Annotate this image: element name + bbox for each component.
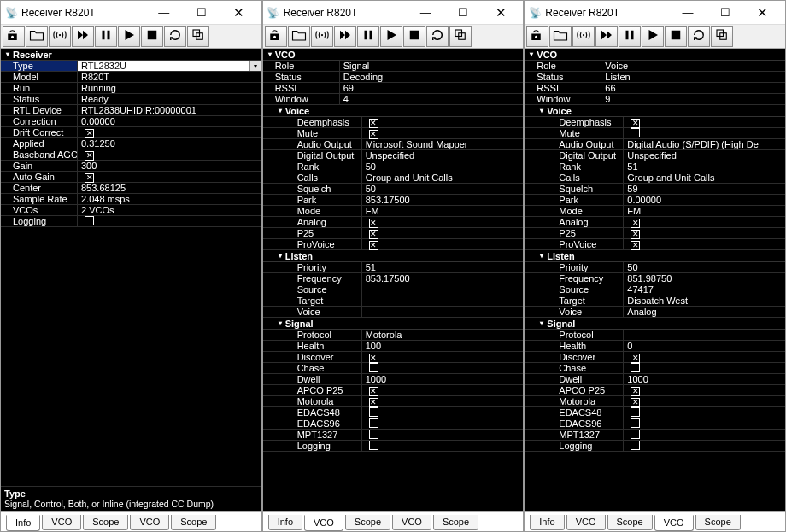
tab-vco-3[interactable]: VCO [654, 515, 694, 531]
prop-row-provoice[interactable]: ProVoice [263, 239, 524, 250]
prop-row-center[interactable]: Center853.68125 [1, 183, 261, 194]
prop-row-mode[interactable]: ModeFM [525, 206, 785, 217]
prop-value[interactable]: 0.00000 [78, 116, 261, 126]
prop-value[interactable]: 51 [624, 161, 785, 172]
prop-value[interactable]: RTL2832U [78, 61, 249, 71]
checkbox[interactable] [631, 354, 640, 363]
copy-button[interactable] [449, 26, 472, 47]
checkbox[interactable] [631, 363, 640, 372]
open-button[interactable] [288, 26, 310, 47]
prop-value[interactable]: 59 [624, 184, 785, 194]
titlebar[interactable]: 📡 Receiver R820T — ☐ ✕ [1, 1, 261, 25]
prop-row-p25[interactable]: P25 [263, 228, 524, 239]
prop-row-squelch[interactable]: Squelch50 [263, 184, 524, 195]
section-header-vco[interactable]: ▾VCO [525, 49, 785, 61]
broadcast-button[interactable] [572, 26, 595, 47]
checkbox[interactable] [631, 128, 640, 137]
collapse-icon[interactable]: ▾ [265, 50, 275, 58]
maximize-button[interactable]: ☐ [444, 4, 482, 21]
prop-value[interactable]: 851.98750 [624, 273, 785, 284]
broadcast-button[interactable] [49, 26, 71, 47]
prop-value[interactable] [78, 127, 261, 138]
prop-row-model[interactable]: ModelR820T [1, 72, 261, 83]
section-header-vco[interactable]: ▾VCO [263, 49, 524, 61]
prop-row-logging[interactable]: Logging [525, 441, 785, 452]
prop-value[interactable]: Analog [624, 307, 785, 317]
prop-row-vcos[interactable]: VCOs2 VCOs [1, 205, 261, 216]
tab-scope-4[interactable]: Scope [171, 515, 216, 530]
prop-row-rssi[interactable]: RSSI69 [263, 83, 524, 94]
prop-value[interactable]: Voice [601, 61, 785, 71]
prop-row-baseband-agc[interactable]: Baseband AGC [1, 149, 261, 161]
prop-value[interactable]: 100 [362, 341, 524, 351]
fast-forward-button[interactable] [334, 26, 356, 47]
checkbox[interactable] [369, 407, 378, 417]
prop-row-role[interactable]: RoleSignal [263, 61, 524, 72]
copy-button[interactable] [711, 26, 733, 47]
prop-value[interactable]: 4 [340, 94, 524, 104]
prop-value[interactable]: 2.048 msps [78, 194, 261, 204]
prop-row-logging[interactable]: Logging [263, 441, 524, 452]
prop-value[interactable]: 0.00000 [624, 195, 785, 205]
prop-row-correction[interactable]: Correction0.00000 [1, 116, 261, 127]
prop-value[interactable] [624, 407, 785, 418]
prop-row-voice[interactable]: Voice [263, 307, 524, 318]
prop-row-deemphasis[interactable]: Deemphasis [263, 117, 524, 128]
prop-row-motorola[interactable]: Motorola [263, 396, 524, 407]
prop-row-calls[interactable]: CallsGroup and Unit Calls [263, 172, 524, 184]
prop-value[interactable] [624, 396, 785, 407]
checkbox[interactable] [85, 151, 94, 161]
prop-row-provoice[interactable]: ProVoice [525, 239, 785, 250]
prop-value[interactable] [624, 418, 785, 430]
prop-value[interactable]: 9 [601, 94, 785, 104]
prop-value[interactable]: Group and Unit Calls [624, 172, 785, 183]
checkbox[interactable] [369, 363, 378, 372]
prop-row-window[interactable]: Window9 [525, 94, 785, 105]
prop-value[interactable] [78, 172, 261, 183]
checkbox[interactable] [85, 129, 94, 138]
prop-value[interactable] [362, 228, 524, 239]
prop-row-mode[interactable]: ModeFM [263, 206, 524, 217]
prop-row-edacs48[interactable]: EDACS48 [263, 407, 524, 418]
prop-value[interactable] [624, 385, 785, 396]
device-button[interactable] [526, 26, 548, 47]
prop-row-rssi[interactable]: RSSI66 [525, 83, 785, 94]
checkbox[interactable] [631, 418, 640, 428]
prop-value[interactable]: 853.68125 [78, 183, 261, 193]
prop-row-voice[interactable]: VoiceAnalog [525, 307, 785, 318]
prop-value[interactable]: Signal [340, 61, 524, 71]
prop-value[interactable] [624, 128, 785, 139]
play-button[interactable] [118, 26, 140, 47]
prop-row-dwell[interactable]: Dwell1000 [263, 374, 524, 385]
prop-row-audio-output[interactable]: Audio OutputMicrosoft Sound Mapper [263, 139, 524, 150]
prop-row-protocol[interactable]: Protocol [525, 330, 785, 341]
prop-row-mpt1327[interactable]: MPT1327 [263, 430, 524, 441]
checkbox[interactable] [631, 441, 640, 450]
collapse-icon[interactable]: ▾ [526, 50, 537, 58]
section-header-signal[interactable]: ▾Signal [525, 318, 785, 330]
prop-value[interactable]: 2 VCOs [78, 205, 261, 215]
prop-value[interactable]: Running [78, 83, 261, 93]
section-header-signal[interactable]: ▾Signal [263, 318, 524, 330]
prop-value[interactable]: 1000 [362, 374, 524, 384]
prop-row-frequency[interactable]: Frequency853.17500 [263, 273, 524, 284]
prop-value[interactable] [362, 441, 524, 452]
prop-row-status[interactable]: StatusListen [525, 72, 785, 83]
stop-button[interactable] [665, 26, 687, 47]
prop-row-rank[interactable]: Rank51 [525, 161, 785, 172]
checkbox[interactable] [369, 241, 378, 250]
open-button[interactable] [549, 26, 572, 47]
prop-row-chase[interactable]: Chase [263, 363, 524, 374]
stop-button[interactable] [403, 26, 425, 47]
prop-row-source[interactable]: Source47417 [525, 284, 785, 295]
prop-row-window[interactable]: Window4 [263, 94, 524, 105]
prop-row-health[interactable]: Health0 [525, 341, 785, 352]
prop-row-park[interactable]: Park0.00000 [525, 195, 785, 206]
prop-value[interactable]: 300 [78, 161, 261, 171]
section-header-listen[interactable]: ▾Listen [263, 250, 524, 262]
prop-row-protocol[interactable]: ProtocolMotorola [263, 330, 524, 341]
tab-scope-4[interactable]: Scope [695, 515, 741, 530]
prop-value[interactable]: Dispatch West [624, 295, 785, 306]
prop-row-mute[interactable]: Mute [525, 128, 785, 139]
prop-row-motorola[interactable]: Motorola [525, 396, 785, 407]
